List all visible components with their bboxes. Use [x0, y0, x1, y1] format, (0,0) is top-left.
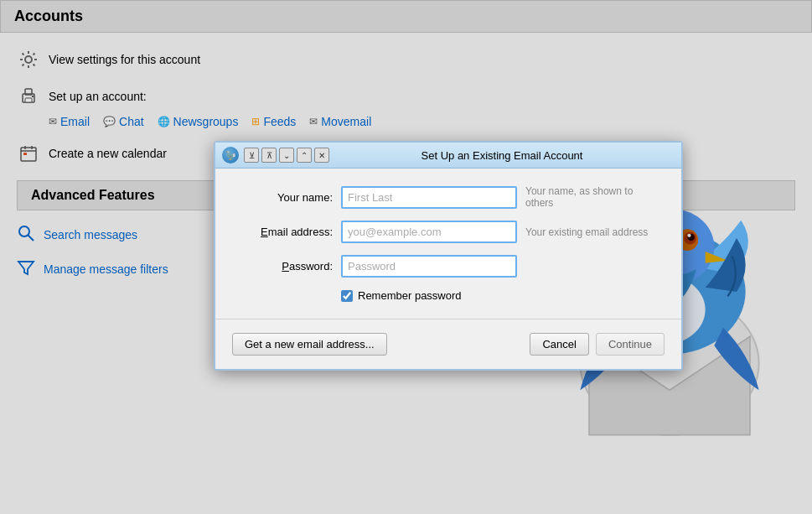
dialog-titlebar: 🦤 ⊻ ⊼ ⌄ ⌃ ✕ Set Up an Existing Email Acc…: [215, 143, 681, 169]
password-input[interactable]: [341, 255, 517, 278]
dialog-app-icon: 🦤: [222, 147, 239, 164]
dialog-footer: Get a new email address... Cancel Contin…: [215, 319, 681, 369]
name-hint: Your name, as shown to others: [525, 185, 656, 209]
name-row: Your name: Your name, as shown to others: [240, 185, 656, 209]
email-row: Email address: Your existing email addre…: [240, 221, 656, 243]
email-hint: Your existing email address: [525, 226, 656, 238]
dialog-nav-controls: ⊻ ⊼ ⌄ ⌃ ✕: [244, 148, 329, 163]
remember-password-label: Remember password: [358, 289, 462, 302]
password-row: Password:: [240, 255, 656, 278]
dialog-minimize-btn[interactable]: ⌄: [279, 148, 294, 163]
remember-password-row: Remember password: [341, 289, 656, 302]
dialog-scroll-bottom-btn[interactable]: ⊻: [244, 148, 259, 163]
email-setup-dialog: 🦤 ⊻ ⊼ ⌄ ⌃ ✕ Set Up an Existing Email Acc…: [214, 141, 683, 371]
email-input[interactable]: [341, 221, 517, 243]
dialog-close-btn[interactable]: ✕: [314, 148, 329, 163]
cancel-button[interactable]: Cancel: [530, 333, 588, 356]
remember-password-checkbox[interactable]: [341, 290, 353, 302]
dialog-maximize-btn[interactable]: ⌃: [297, 148, 312, 163]
password-label: Password:: [240, 260, 333, 273]
name-input[interactable]: [341, 186, 517, 209]
email-label: Email address:: [240, 226, 333, 238]
dialog-title: Set Up an Existing Email Account: [334, 149, 670, 162]
get-new-email-button[interactable]: Get a new email address...: [232, 333, 387, 356]
continue-button[interactable]: Continue: [596, 333, 665, 356]
dialog-scroll-top-btn[interactable]: ⊼: [261, 148, 277, 163]
name-label: Your name:: [240, 191, 333, 204]
dialog-body: Your name: Your name, as shown to others…: [215, 169, 681, 319]
